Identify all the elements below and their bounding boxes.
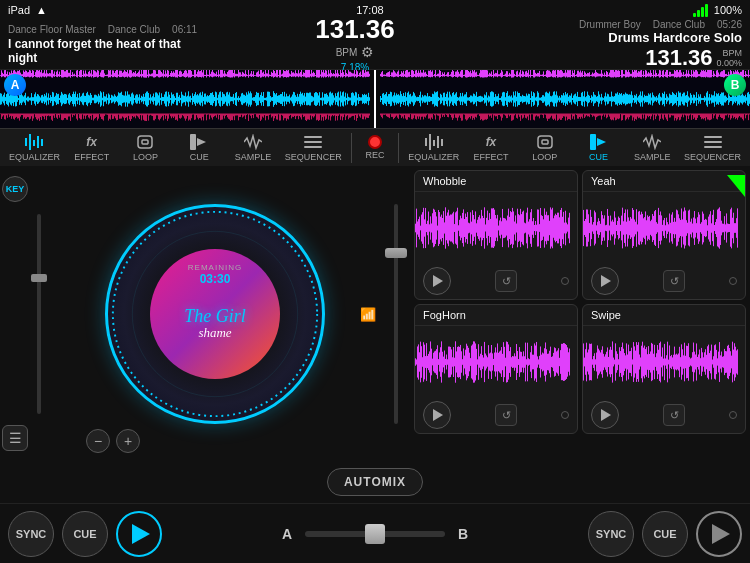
sample-waveform-yeah bbox=[583, 192, 745, 263]
bar1 bbox=[693, 13, 696, 17]
sync-button-right[interactable]: SYNC bbox=[588, 511, 634, 557]
toolbar-loop-left[interactable]: LOOP bbox=[123, 133, 167, 162]
automix-button[interactable]: AUTOMIX bbox=[327, 468, 423, 496]
sample-waveform-whobble bbox=[415, 192, 577, 263]
channel-fader-track-left bbox=[394, 204, 398, 424]
equalizer-icon-right bbox=[424, 133, 444, 151]
channel-fader-left[interactable] bbox=[382, 166, 410, 461]
svg-rect-18 bbox=[542, 140, 548, 144]
device-label: iPad bbox=[8, 4, 30, 16]
toolbar-effect-left[interactable]: fx EFFECT bbox=[70, 133, 114, 162]
svg-rect-5 bbox=[138, 136, 152, 148]
left-subgenre: Dance Club bbox=[108, 24, 160, 35]
crossfader-track[interactable] bbox=[305, 531, 445, 537]
sample-play-foghorn[interactable] bbox=[423, 401, 451, 429]
play-triangle-left bbox=[132, 524, 150, 544]
key-button[interactable]: KEY bbox=[2, 176, 28, 202]
effect-label-left: EFFECT bbox=[74, 152, 109, 162]
play-button-right[interactable] bbox=[696, 511, 742, 557]
status-right: 100% bbox=[693, 3, 742, 17]
header-left: Dance Floor Master Dance Club 06:11 I ca… bbox=[0, 20, 220, 69]
bar2 bbox=[697, 10, 700, 17]
transport-right: SYNC CUE bbox=[542, 511, 742, 557]
sample-pad-foghorn[interactable]: FogHorn ↺ bbox=[414, 304, 578, 434]
effect-icon-right: fx bbox=[481, 133, 501, 151]
equalizer-icon-left bbox=[24, 133, 44, 151]
toolbar-cue-left[interactable]: CUE bbox=[177, 133, 221, 162]
toolbar-sample-right[interactable]: SAMPLE bbox=[630, 133, 674, 162]
sample-loop-swipe[interactable]: ↺ bbox=[663, 404, 685, 426]
crossfader-area: A B bbox=[277, 526, 473, 542]
bar3 bbox=[701, 7, 704, 17]
sample-controls-foghorn: ↺ bbox=[415, 397, 577, 433]
sample-loop-whobble[interactable]: ↺ bbox=[495, 270, 517, 292]
svg-rect-21 bbox=[704, 136, 722, 138]
sample-wave-canvas-foghorn bbox=[415, 337, 570, 387]
minus-plus-buttons: − + bbox=[86, 429, 140, 453]
plus-button[interactable]: + bbox=[116, 429, 140, 453]
sample-name-foghorn: FogHorn bbox=[415, 305, 577, 326]
right-bpm-value: 131.36 bbox=[645, 45, 712, 71]
sequencer-label-right: SEQUENCER bbox=[684, 152, 741, 162]
toolbar-equalizer-left[interactable]: EQUALIZER bbox=[9, 133, 60, 162]
toolbar-cue-right[interactable]: CUE bbox=[577, 133, 621, 162]
sample-pad-yeah[interactable]: Yeah ↺ bbox=[582, 170, 746, 300]
sample-waveform-swipe bbox=[583, 326, 745, 397]
main-header: Dance Floor Master Dance Club 06:11 I ca… bbox=[0, 20, 750, 70]
equalizer-label-right: EQUALIZER bbox=[408, 152, 459, 162]
loop-icon-right bbox=[535, 133, 555, 151]
sample-loop-foghorn[interactable]: ↺ bbox=[495, 404, 517, 426]
volume-fader-left[interactable] bbox=[30, 166, 48, 461]
toolbar-rec[interactable]: REC bbox=[352, 135, 399, 160]
loop-label-right: LOOP bbox=[532, 152, 557, 162]
play-triangle-yeah bbox=[601, 275, 611, 287]
cue-button-left[interactable]: CUE bbox=[62, 511, 108, 557]
sample-pad-whobble[interactable]: Whobble ↺ bbox=[414, 170, 578, 300]
sample-play-whobble[interactable] bbox=[423, 267, 451, 295]
turntable[interactable]: REMAINING 03:30 The Girl shame bbox=[105, 204, 325, 424]
equalizer-label-left: EQUALIZER bbox=[9, 152, 60, 162]
cue-icon-left bbox=[189, 133, 209, 151]
toolbar-effect-right[interactable]: fx EFFECT bbox=[469, 133, 513, 162]
sample-wave-canvas-swipe bbox=[583, 337, 738, 387]
sample-dot-whobble bbox=[561, 277, 569, 285]
left-track-title: I cannot forget the heat of that night bbox=[8, 37, 212, 65]
toolbar-equalizer-right[interactable]: EQUALIZER bbox=[408, 133, 459, 162]
waveform-center-line bbox=[374, 70, 376, 128]
cue-label-left: CUE bbox=[190, 152, 209, 162]
deck-b-label: B bbox=[453, 526, 473, 542]
transport-left: SYNC CUE bbox=[8, 511, 208, 557]
sample-play-yeah[interactable] bbox=[591, 267, 619, 295]
sample-pad-swipe[interactable]: Swipe ↺ bbox=[582, 304, 746, 434]
minus-button[interactable]: − bbox=[86, 429, 110, 453]
channel-fader-handle-left bbox=[385, 248, 407, 258]
automix-row: AUTOMIX bbox=[0, 461, 750, 503]
remaining-label: REMAINING bbox=[188, 263, 242, 272]
header-center: 131.36 BPM ⚙ 7.18% bbox=[220, 20, 490, 69]
svg-rect-4 bbox=[41, 139, 43, 146]
sample-wave-canvas-yeah bbox=[583, 203, 738, 253]
svg-rect-10 bbox=[304, 141, 322, 143]
svg-rect-1 bbox=[29, 134, 31, 150]
toolbar-sequencer-left[interactable]: SEQUENCER bbox=[285, 133, 342, 162]
sync-button-left[interactable]: SYNC bbox=[8, 511, 54, 557]
list-button[interactable]: ☰ bbox=[2, 425, 28, 451]
settings-icon[interactable]: ⚙ bbox=[361, 44, 374, 60]
toolbar-loop-right[interactable]: LOOP bbox=[523, 133, 567, 162]
sample-loop-yeah[interactable]: ↺ bbox=[663, 270, 685, 292]
toolbar-sequencer-right[interactable]: SEQUENCER bbox=[684, 133, 741, 162]
svg-rect-23 bbox=[704, 146, 722, 148]
crossfader-handle[interactable] bbox=[365, 524, 385, 544]
sample-play-swipe[interactable] bbox=[591, 401, 619, 429]
svg-rect-15 bbox=[437, 136, 439, 148]
album-art: REMAINING 03:30 The Girl shame bbox=[150, 249, 280, 379]
deck-badge-b: B bbox=[724, 74, 746, 96]
bpm-value: 131.36 bbox=[315, 16, 395, 42]
play-button-left[interactable] bbox=[116, 511, 162, 557]
right-bpm-percent: 0.00% bbox=[716, 58, 742, 68]
cue-button-right[interactable]: CUE bbox=[642, 511, 688, 557]
deck-left: KEY ☰ REMAINING 03:30 bbox=[0, 166, 410, 461]
turntable-area: REMAINING 03:30 The Girl shame − + 📶 bbox=[48, 166, 382, 461]
main-content: KEY ☰ REMAINING 03:30 bbox=[0, 166, 750, 461]
toolbar-sample-left[interactable]: SAMPLE bbox=[231, 133, 275, 162]
